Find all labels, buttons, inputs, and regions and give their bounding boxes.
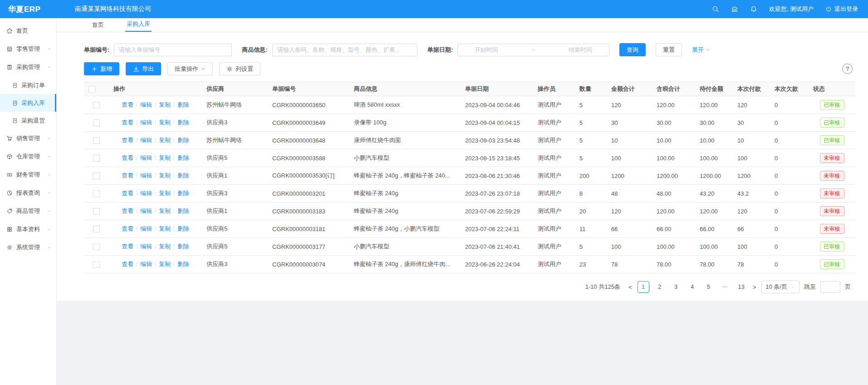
view-link[interactable]: 查看 (122, 190, 133, 197)
page-size-select[interactable]: 10 条/页 (761, 281, 799, 293)
edit-link[interactable]: 编辑 (140, 154, 152, 161)
sidebar-item-warehouse[interactable]: 仓库管理 (0, 148, 56, 166)
prev-page-button[interactable]: < (628, 284, 633, 291)
copy-link[interactable]: 复制 (159, 207, 171, 214)
edit-link[interactable]: 编辑 (140, 225, 152, 232)
welcome-user-text[interactable]: 欢迎您, 测试用户 (769, 5, 814, 13)
add-button[interactable]: 新增 (84, 62, 119, 75)
copy-link[interactable]: 复制 (159, 261, 171, 267)
delete-link[interactable]: 删除 (177, 101, 189, 108)
row-checkbox[interactable] (93, 208, 100, 215)
page-number-button[interactable]: 13 (736, 281, 747, 293)
logout-button[interactable]: 退出登录 (825, 5, 858, 13)
chevron-down-icon (47, 245, 52, 250)
sidebar-item-retail[interactable]: 零售管理 (0, 40, 56, 58)
row-checkbox[interactable] (93, 102, 100, 109)
view-link[interactable]: 查看 (122, 243, 133, 250)
bell-icon[interactable] (750, 5, 757, 13)
sidebar-item-purchase-return[interactable]: 采购退货 (0, 112, 56, 129)
select-all-checkbox[interactable] (88, 86, 95, 93)
edit-link[interactable]: 编辑 (140, 207, 152, 214)
sidebar-item-home[interactable]: 首页 (0, 22, 56, 40)
search-icon[interactable] (712, 5, 719, 13)
table-row: 查看编辑复制删除 供应商1 CGRK00000003530[订] 蜂蜜柚子茶 2… (84, 167, 855, 185)
page-number-button[interactable]: 4 (687, 281, 698, 293)
row-checkbox[interactable] (93, 261, 100, 268)
copy-link[interactable]: 复制 (159, 101, 171, 108)
help-icon[interactable]: ? (842, 64, 853, 74)
view-link[interactable]: 查看 (122, 101, 133, 108)
reset-button[interactable]: 重置 (656, 43, 682, 56)
sidebar-item-basic-data[interactable]: 基本资料 (0, 220, 56, 238)
copy-link[interactable]: 复制 (159, 190, 171, 197)
page-number-button[interactable]: 5 (703, 281, 715, 293)
start-date-placeholder[interactable]: 开始时间 (475, 46, 498, 54)
row-checkbox[interactable] (93, 155, 100, 162)
copy-link[interactable]: 复制 (159, 137, 171, 143)
page-number-button[interactable]: 2 (654, 281, 666, 293)
product-info-input[interactable] (272, 44, 417, 56)
copy-link[interactable]: 复制 (159, 225, 171, 232)
tab-purchase-inbound[interactable]: 采购入库 (125, 17, 152, 32)
row-checkbox[interactable] (93, 137, 100, 144)
row-checkbox[interactable] (93, 190, 100, 197)
delete-link[interactable]: 删除 (177, 190, 189, 197)
company-building-icon[interactable] (731, 5, 738, 13)
next-page-button[interactable]: > (752, 284, 757, 291)
search-button[interactable]: 查询 (619, 43, 646, 56)
delete-link[interactable]: 删除 (177, 154, 189, 161)
sidebar-item-purchase-order[interactable]: 采购订单 (0, 76, 56, 94)
view-link[interactable]: 查看 (122, 137, 133, 143)
date-range-input[interactable]: 开始时间 ~ 结束时间 (457, 44, 609, 56)
view-link[interactable]: 查看 (122, 154, 133, 161)
edit-link[interactable]: 编辑 (140, 119, 152, 126)
copy-link[interactable]: 复制 (159, 119, 171, 126)
view-link[interactable]: 查看 (122, 225, 133, 232)
delete-link[interactable]: 删除 (177, 119, 189, 126)
sidebar-item-system[interactable]: 系统管理 (0, 238, 56, 257)
column-settings-button[interactable]: 列设置 (219, 62, 260, 75)
sidebar-item-purchase-inbound[interactable]: 采购入库 (0, 94, 56, 112)
divider (174, 262, 174, 267)
row-checkbox[interactable] (93, 243, 100, 250)
expand-filters-link[interactable]: 展开 (692, 46, 710, 54)
export-button[interactable]: 导出 (126, 62, 161, 75)
delete-link[interactable]: 删除 (177, 172, 189, 179)
sidebar-item-finance[interactable]: 财务管理 (0, 166, 56, 184)
row-checkbox[interactable] (93, 173, 100, 179)
page-number-button[interactable]: 1 (638, 281, 649, 293)
delete-link[interactable]: 删除 (177, 207, 189, 214)
delete-link[interactable]: 删除 (177, 243, 189, 250)
copy-link[interactable]: 复制 (159, 243, 171, 250)
row-checkbox[interactable] (93, 119, 100, 126)
delete-link[interactable]: 删除 (177, 261, 189, 267)
page-number-button[interactable]: 3 (670, 281, 682, 293)
view-link[interactable]: 查看 (122, 261, 133, 267)
sidebar-item-purchase[interactable]: 采购管理 (0, 58, 56, 76)
view-link[interactable]: 查看 (122, 119, 133, 126)
edit-link[interactable]: 编辑 (140, 101, 152, 108)
sidebar-item-goods[interactable]: 商品管理 (0, 202, 56, 220)
qty-cell: 8 (575, 185, 607, 202)
edit-link[interactable]: 编辑 (140, 261, 152, 267)
end-date-placeholder[interactable]: 结束时间 (569, 46, 592, 54)
sidebar-item-sales[interactable]: 销售管理 (0, 129, 56, 148)
sidebar-item-report[interactable]: 报表查询 (0, 184, 56, 202)
row-checkbox[interactable] (93, 226, 100, 232)
view-link[interactable]: 查看 (122, 172, 133, 179)
jump-to-page-input[interactable] (820, 281, 840, 293)
copy-link[interactable]: 复制 (159, 172, 171, 179)
doc-no-input[interactable] (114, 44, 232, 56)
home-icon (6, 28, 13, 34)
copy-link[interactable]: 复制 (159, 154, 171, 161)
edit-link[interactable]: 编辑 (140, 172, 152, 179)
delete-link[interactable]: 删除 (177, 225, 189, 232)
delete-link[interactable]: 删除 (177, 137, 189, 143)
view-link[interactable]: 查看 (122, 207, 133, 214)
tab-home[interactable]: 首页 (91, 18, 105, 32)
batch-actions-button[interactable]: 批量操作 (167, 62, 213, 75)
page-number-button[interactable]: ••• (719, 281, 731, 293)
edit-link[interactable]: 编辑 (140, 190, 152, 197)
edit-link[interactable]: 编辑 (140, 137, 152, 143)
edit-link[interactable]: 编辑 (140, 243, 152, 250)
